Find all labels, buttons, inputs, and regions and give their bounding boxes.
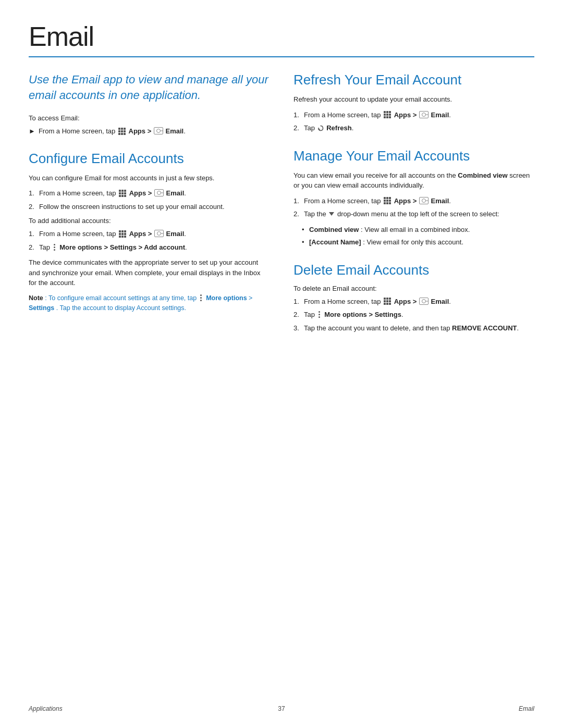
apps-grid-icon-6	[383, 297, 391, 305]
email-icon-3	[154, 230, 164, 237]
access-step-text: From a Home screen, tap Apps >	[39, 126, 186, 136]
delete-step-1: 1. From a Home screen, tap Apps >	[293, 297, 534, 307]
manage-step-2: 2. Tap the drop-down menu at the top lef…	[293, 209, 534, 219]
right-column: Refresh Your Email Account Refresh your …	[293, 72, 534, 338]
dropdown-arrow-icon	[329, 212, 334, 216]
manage-title: Manage Your Email Accounts	[293, 148, 534, 164]
page: Email Use the Email app to view and mana…	[0, 0, 563, 728]
manage-step-1: 1. From a Home screen, tap Apps >	[293, 196, 534, 206]
delete-steps: 1. From a Home screen, tap Apps >	[293, 297, 534, 334]
apps-grid-icon-4	[383, 110, 391, 119]
configure-step-2: 2. Follow the onscreen instructions to s…	[29, 202, 268, 212]
apps-grid-icon-5	[383, 196, 391, 205]
apps-grid-icon	[118, 127, 126, 135]
footer-page-number: 37	[278, 705, 285, 712]
access-label: To access Email:	[29, 114, 268, 122]
add-step-2: 2. Tap More options > Settings > Add acc…	[29, 242, 268, 253]
refresh-icon	[317, 125, 324, 132]
apps-grid-icon-2	[118, 189, 127, 198]
email-icon-4	[419, 111, 429, 118]
page-title: Email	[29, 21, 534, 52]
refresh-title: Refresh Your Email Account	[293, 72, 534, 88]
add-step-1: 1. From a Home screen, tap Apps >	[29, 229, 268, 239]
manage-bullet-2: [Account Name] : View email for only thi…	[302, 237, 534, 248]
delete-step-2: 2. Tap More options > Settings.	[293, 310, 534, 320]
title-divider	[29, 56, 534, 57]
add-accounts-label: To add additional accounts:	[29, 217, 268, 225]
delete-step-3: 3. Tap the account you want to delete, a…	[293, 323, 534, 334]
manage-intro: You can view email you receive for all a…	[293, 170, 534, 191]
main-content: Use the Email app to view and manage all…	[29, 72, 534, 338]
apps-grid-icon-3	[118, 230, 127, 238]
more-options-icon-2	[199, 294, 204, 302]
footer-left: Applications	[29, 705, 63, 712]
email-icon-2	[154, 189, 164, 196]
intro-text: Use the Email app to view and manage all…	[29, 72, 268, 103]
refresh-intro: Refresh your account to update your emai…	[293, 94, 534, 105]
manage-bullet-1: Combined view : View all email in a comb…	[302, 225, 534, 235]
configure-note: Note : To configure email account settin…	[29, 293, 268, 313]
refresh-step-2: 2. Tap Refresh.	[293, 123, 534, 133]
refresh-step-1: 1. From a Home screen, tap Apps >	[293, 110, 534, 120]
manage-steps: 1. From a Home screen, tap Apps >	[293, 196, 534, 219]
configure-intro: You can configure Email for most account…	[29, 173, 268, 183]
configure-steps: 1. From a Home screen, tap Apps >	[29, 188, 268, 212]
more-options-icon-3	[317, 311, 322, 318]
configure-step-1: 1. From a Home screen, tap Apps >	[29, 188, 268, 199]
email-icon-6	[419, 298, 429, 305]
configure-title: Configure Email Accounts	[29, 151, 268, 167]
add-account-steps: 1. From a Home screen, tap Apps >	[29, 229, 268, 252]
access-step: ► From a Home screen, tap Apps >	[29, 126, 268, 136]
delete-label: To delete an Email account:	[293, 285, 534, 292]
arrow-bullet-icon: ►	[29, 127, 35, 135]
sync-text: The device communicates with the appropr…	[29, 257, 268, 288]
refresh-steps: 1. From a Home screen, tap Apps >	[293, 110, 534, 133]
left-column: Use the Email app to view and manage all…	[29, 72, 268, 315]
more-options-icon-1	[52, 244, 57, 251]
manage-bullets: Combined view : View all email in a comb…	[293, 225, 534, 248]
delete-title: Delete Email Accounts	[293, 262, 534, 278]
email-icon-5	[419, 197, 429, 204]
footer-right: Email	[519, 705, 534, 712]
email-icon	[154, 127, 163, 134]
footer-center: 37	[278, 705, 285, 712]
